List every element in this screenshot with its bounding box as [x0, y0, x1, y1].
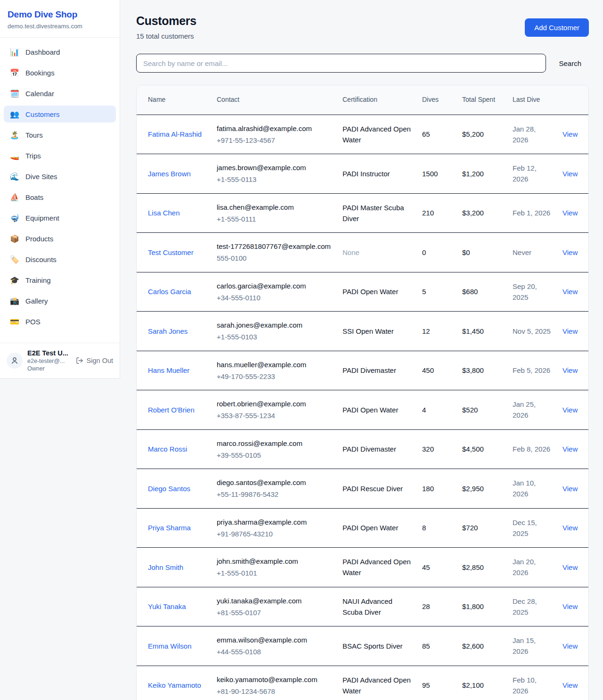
table-header-row: Name Contact Certification Dives Total S…: [137, 85, 589, 115]
table-row: Hans Mueller hans.mueller@example.com +4…: [137, 351, 589, 390]
view-link[interactable]: View: [562, 170, 578, 178]
customer-phone: +81-555-0107: [217, 607, 331, 618]
customer-dives: 45: [416, 548, 456, 587]
sidebar-item-training[interactable]: 🎓 Training: [4, 272, 116, 288]
customer-dives: 85: [416, 626, 456, 666]
table-row: Robert O'Brien robert.obrien@example.com…: [137, 390, 589, 430]
user-role: Owner: [27, 365, 71, 372]
view-link[interactable]: View: [562, 642, 578, 650]
sidebar-item-products[interactable]: 📦 Products: [4, 230, 116, 247]
customer-name-link[interactable]: Diego Santos: [148, 485, 190, 493]
sidebar-item-equipment[interactable]: 🤿 Equipment: [4, 209, 116, 226]
sidebar-item-gallery[interactable]: 📸 Gallery: [4, 292, 116, 309]
customer-last-dive: Jan 20, 2026: [507, 548, 557, 587]
customer-email: fatima.alrashid@example.com: [217, 123, 331, 134]
customer-name-link[interactable]: Robert O'Brien: [148, 406, 195, 414]
customer-dives: 180: [416, 469, 456, 509]
view-link[interactable]: View: [562, 563, 578, 571]
customer-phone: +1-555-0113: [217, 174, 331, 185]
customer-certification: SSI Open Water: [342, 327, 394, 335]
customer-name-link[interactable]: Marco Rossi: [148, 445, 187, 453]
customer-total-spent: $1,800: [456, 587, 507, 626]
view-link[interactable]: View: [562, 327, 578, 335]
view-link[interactable]: View: [562, 130, 578, 138]
customer-email: priya.sharma@example.com: [217, 517, 331, 527]
customer-total-spent: $0: [456, 233, 507, 272]
page-subtitle: 15 total customers: [136, 32, 196, 40]
customer-name-link[interactable]: Fatima Al-Rashid: [148, 130, 202, 138]
customer-last-dive: Feb 8, 2026: [507, 429, 557, 469]
view-link[interactable]: View: [562, 209, 578, 217]
sidebar-item-calendar[interactable]: 🗓️ Calendar: [4, 85, 116, 102]
sidebar-item-bookings[interactable]: 📅 Bookings: [4, 64, 116, 81]
customer-name-link[interactable]: Carlos Garcia: [148, 288, 191, 296]
customer-certification: BSAC Sports Diver: [342, 642, 403, 650]
customer-last-dive: Jan 10, 2026: [507, 469, 557, 509]
view-link[interactable]: View: [562, 445, 578, 453]
sidebar-item-tours[interactable]: 🏝️ Tours: [4, 126, 116, 143]
sidebar-item-label: POS: [25, 318, 41, 326]
customer-certification: PADI Advanced Open Water: [342, 558, 411, 576]
customer-certification: PADI Open Water: [342, 288, 398, 296]
customer-certification: PADI Advanced Open Water: [342, 125, 411, 144]
person-icon: [10, 356, 19, 365]
customer-certification: None: [342, 248, 359, 256]
customer-total-spent: $2,100: [456, 666, 507, 700]
customer-email: marco.rossi@example.com: [217, 438, 331, 449]
sidebar-item-boats[interactable]: ⛵ Boats: [4, 189, 116, 206]
sign-out-button[interactable]: Sign Out: [76, 357, 113, 364]
add-customer-button[interactable]: Add Customer: [525, 18, 589, 37]
customer-phone: 555-0100: [217, 253, 331, 264]
customer-name-link[interactable]: Emma Wilson: [148, 642, 192, 650]
shop-domain: demo.test.divestreams.com: [8, 23, 112, 30]
customer-name-link[interactable]: Sarah Jones: [148, 327, 187, 335]
customer-name-link[interactable]: Keiko Yamamoto: [148, 681, 201, 689]
customer-phone: +44-555-0108: [217, 646, 331, 657]
view-link[interactable]: View: [562, 524, 578, 532]
customer-phone: +55-11-99876-5432: [217, 489, 331, 500]
sidebar-item-customers[interactable]: 👥 Customers: [4, 106, 116, 123]
view-link[interactable]: View: [562, 288, 578, 296]
customer-name-link[interactable]: John Smith: [148, 563, 183, 571]
customer-last-dive: Nov 5, 2025: [507, 312, 557, 351]
customer-name-link[interactable]: James Brown: [148, 170, 191, 178]
view-link[interactable]: View: [562, 248, 578, 256]
shop-title: Demo Dive Shop: [8, 9, 112, 20]
sidebar-item-discounts[interactable]: 🏷️ Discounts: [4, 251, 116, 268]
sidebar-item-dashboard[interactable]: 📊 Dashboard: [4, 43, 116, 60]
customer-name-link[interactable]: Yuki Tanaka: [148, 602, 186, 610]
customer-email: test-1772681807767@example.com: [217, 241, 331, 252]
sidebar-item-dive-sites[interactable]: 🌊 Dive Sites: [4, 168, 116, 185]
sidebar-item-label: Boats: [25, 193, 43, 201]
customers-table-card: Name Contact Certification Dives Total S…: [136, 85, 589, 700]
customer-name-link[interactable]: Lisa Chen: [148, 209, 180, 217]
customer-email: yuki.tanaka@example.com: [217, 595, 331, 606]
view-link[interactable]: View: [562, 406, 578, 414]
bar-chart-icon: 📊: [9, 48, 20, 57]
sidebar-item-label: Trips: [25, 152, 41, 160]
view-link[interactable]: View: [562, 681, 578, 689]
sidebar-nav: 📊 Dashboard 📅 Bookings 🗓️ Calendar 👥 Cus…: [0, 38, 120, 343]
sidebar-item-pos[interactable]: 💳 POS: [4, 313, 116, 330]
customer-certification: PADI Open Water: [342, 524, 398, 532]
customer-name-link[interactable]: Test Customer: [148, 248, 194, 256]
search-button[interactable]: Search: [559, 59, 581, 67]
view-link[interactable]: View: [562, 366, 578, 374]
customer-name-link[interactable]: Priya Sharma: [148, 524, 191, 532]
search-input[interactable]: [136, 54, 546, 73]
customer-total-spent: $520: [456, 390, 507, 430]
view-link[interactable]: View: [562, 485, 578, 493]
sidebar-item-trips[interactable]: 🚤 Trips: [4, 147, 116, 164]
sidebar-item-label: Equipment: [25, 214, 59, 222]
customer-total-spent: $1,200: [456, 154, 507, 194]
customer-email: hans.mueller@example.com: [217, 359, 331, 370]
people-icon: 👥: [9, 110, 20, 119]
user-info: E2E Test U... e2e-tester@... Owner: [27, 349, 71, 372]
customer-total-spent: $2,850: [456, 548, 507, 587]
tag-icon: 🏷️: [9, 255, 20, 264]
customer-dives: 12: [416, 312, 456, 351]
customer-name-link[interactable]: Hans Mueller: [148, 366, 189, 374]
view-link[interactable]: View: [562, 602, 578, 610]
sidebar-item-label: Dashboard: [25, 48, 60, 56]
column-header-dives: Dives: [416, 85, 456, 115]
